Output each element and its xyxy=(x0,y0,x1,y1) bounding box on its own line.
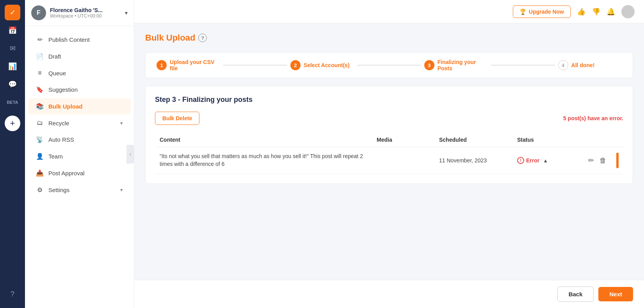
step-actions: Bulk Delete 5 post(s) have an error. xyxy=(155,112,623,125)
settings-icon: ⚙ xyxy=(36,186,44,194)
workspace-sub: Workspace • UTC+00:00 xyxy=(50,13,121,19)
sidebar-item-draft[interactable]: 📄 Draft xyxy=(28,48,131,64)
step-connector-3 xyxy=(491,65,555,66)
suggestion-icon: 🔖 xyxy=(36,86,44,93)
step-3-label: Finalizing your Posts xyxy=(438,59,488,71)
step-1-label: Upload your CSV file xyxy=(170,59,220,71)
step-3-number: 3 xyxy=(424,60,434,70)
sidebar-item-label: Suggestion xyxy=(48,86,123,93)
step-connector-2 xyxy=(357,65,421,66)
sidebar-item-label: Draft xyxy=(48,53,123,60)
status-text: Error xyxy=(526,157,539,164)
sidebar-nav: ✏ Publish Content 📄 Draft ≡ Queue 🔖 Sugg… xyxy=(25,26,134,308)
queue-icon: ≡ xyxy=(36,69,44,77)
draft-icon: 📄 xyxy=(36,53,44,60)
sidebar-item-publish[interactable]: ✏ Publish Content xyxy=(28,32,131,48)
sidebar-item-suggestion[interactable]: 🔖 Suggestion xyxy=(28,82,131,98)
sidebar-item-team[interactable]: 👤 Team xyxy=(28,148,131,164)
help-rail-icon[interactable]: ? xyxy=(5,286,20,302)
sidebar-item-label: Team xyxy=(48,153,123,160)
post-approval-icon: 📥 xyxy=(36,169,44,177)
sidebar-item-recycle[interactable]: 🗂 Recycle ▾ xyxy=(28,115,131,131)
workspace-name: Florence Gaitho 'S... xyxy=(50,7,121,13)
row-content: "Its not what you sell that matters as m… xyxy=(160,153,377,168)
back-button[interactable]: Back xyxy=(557,287,594,302)
page-footer: Back Next xyxy=(134,280,644,308)
sidebar-item-label: Settings xyxy=(48,187,116,193)
sidebar-item-post-approval[interactable]: 📥 Post Approval xyxy=(28,165,131,181)
user-avatar[interactable] xyxy=(621,5,635,18)
sidebar-item-auto-rss[interactable]: 📡 Auto RSS xyxy=(28,132,131,148)
analytics-icon[interactable]: 📊 xyxy=(5,59,20,74)
sidebar-item-label: Auto RSS xyxy=(48,136,123,143)
step-1-number: 1 xyxy=(157,60,167,70)
next-button[interactable]: Next xyxy=(598,287,633,301)
sidebar-item-queue[interactable]: ≡ Queue xyxy=(28,65,131,81)
row-actions: ✏ 🗑 xyxy=(587,153,619,168)
col-media: Media xyxy=(377,137,439,143)
topbar: 🏆 Upgrade Now 👍 👎 🔔 xyxy=(134,0,644,23)
workspace-chevron-icon[interactable]: ▾ xyxy=(125,10,128,16)
col-scheduled: Scheduled xyxy=(439,137,517,143)
row-status: ! Error ▲ xyxy=(517,157,587,164)
delete-row-button[interactable]: 🗑 xyxy=(599,156,607,166)
sidebar-item-bulk-upload[interactable]: 📚 Bulk Upload xyxy=(28,98,131,114)
sidebar-item-label: Queue xyxy=(48,70,123,77)
chat-icon[interactable]: 💬 xyxy=(5,77,20,92)
calendar-icon[interactable]: 📅 xyxy=(5,23,20,38)
step-1: 1 Upload your CSV file xyxy=(157,59,220,71)
thumbs-down-icon[interactable]: 👎 xyxy=(592,7,600,16)
step-4: 4 All done! xyxy=(558,60,622,70)
add-icon[interactable]: + xyxy=(5,116,20,131)
col-content: Content xyxy=(160,137,377,143)
avatar: F xyxy=(31,5,46,20)
recycle-icon: 🗂 xyxy=(36,119,44,126)
bulk-delete-button[interactable]: Bulk Delete xyxy=(155,112,199,125)
error-summary: 5 post(s) have an error. xyxy=(563,115,623,121)
error-circle-icon: ! xyxy=(517,157,524,164)
step-2-label: Select Account(s) xyxy=(304,62,350,68)
send-icon[interactable]: ✉ xyxy=(5,41,20,56)
table-row: "Its not what you sell that matters as m… xyxy=(155,147,623,174)
table-header: Content Media Scheduled Status xyxy=(155,133,623,147)
stepper: 1 Upload your CSV file 2 Select Account(… xyxy=(145,52,633,78)
step-4-number: 4 xyxy=(558,60,568,70)
sidebar-item-label: Bulk Upload xyxy=(48,103,123,110)
icon-rail: ✓ 📅 ✉ 📊 💬 BETA + ? xyxy=(0,0,25,308)
step-connector-1 xyxy=(223,65,287,66)
auto-rss-icon: 📡 xyxy=(36,136,44,143)
edit-row-button[interactable]: ✏ xyxy=(587,155,595,166)
sidebar: F Florence Gaitho 'S... Workspace • UTC+… xyxy=(25,0,134,308)
orange-indicator xyxy=(616,153,619,168)
help-icon[interactable]: ? xyxy=(198,34,207,42)
home-icon[interactable]: ✓ xyxy=(5,5,20,20)
publish-icon: ✏ xyxy=(36,36,44,43)
workspace-info: Florence Gaitho 'S... Workspace • UTC+00… xyxy=(50,7,121,19)
upgrade-now-button[interactable]: 🏆 Upgrade Now xyxy=(513,5,571,18)
team-icon: 👤 xyxy=(36,153,44,160)
step-card-title: Step 3 - Finalizing your posts xyxy=(155,96,623,104)
trophy-icon: 🏆 xyxy=(519,9,526,15)
step-3: 3 Finalizing your Posts xyxy=(424,59,488,71)
settings-chevron-icon: ▾ xyxy=(120,187,123,193)
bulk-upload-icon: 📚 xyxy=(36,103,44,110)
sidebar-item-label: Publish Content xyxy=(48,36,123,43)
page-title: Bulk Upload ? xyxy=(145,33,633,43)
step-card: Step 3 - Finalizing your posts Bulk Dele… xyxy=(145,86,633,184)
upgrade-label: Upgrade Now xyxy=(529,9,564,15)
sidebar-item-label: Recycle xyxy=(48,120,116,126)
main-content: 🏆 Upgrade Now 👍 👎 🔔 Bulk Upload ? 1 Uplo… xyxy=(134,0,644,308)
col-status: Status xyxy=(517,137,587,143)
col-actions xyxy=(587,137,619,143)
workspace-header[interactable]: F Florence Gaitho 'S... Workspace • UTC+… xyxy=(25,0,134,26)
step-4-label: All done! xyxy=(571,62,595,68)
notification-icon[interactable]: 🔔 xyxy=(607,7,615,16)
page-title-text: Bulk Upload xyxy=(145,33,195,43)
collapse-sidebar-button[interactable]: ‹ xyxy=(126,145,134,164)
beta-icon[interactable]: BETA xyxy=(5,94,20,110)
page-content: Bulk Upload ? 1 Upload your CSV file 2 S… xyxy=(134,23,644,280)
sidebar-item-settings[interactable]: ⚙ Settings ▾ xyxy=(28,182,131,198)
step-2-number: 2 xyxy=(290,60,301,70)
status-chevron-icon[interactable]: ▲ xyxy=(543,158,548,164)
thumbs-up-icon[interactable]: 👍 xyxy=(577,7,585,16)
